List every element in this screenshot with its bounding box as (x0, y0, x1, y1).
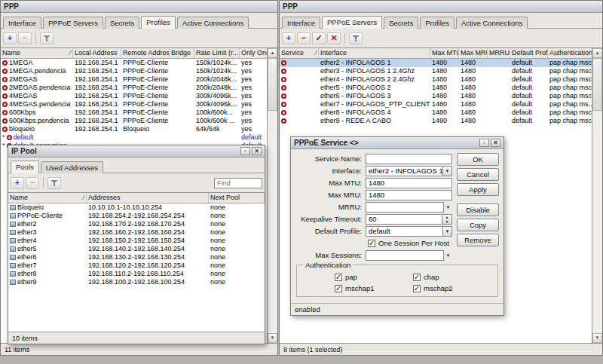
tab-used-addresses[interactable]: Used Addresses (41, 161, 103, 173)
column-header-only-one[interactable]: Only One (240, 48, 267, 58)
table-row[interactable]: 600Kbps192.168.254.1PPPoE-Cliente100k/60… (1, 109, 267, 117)
table-row[interactable]: 2MEGAS.pendencia192.168.254.1PPPoE-Clien… (1, 84, 267, 92)
spinner[interactable]: ▲ ▼ (442, 214, 452, 225)
default-profile-select[interactable]: default ▼ (366, 226, 452, 237)
dropdown-icon[interactable]: ▼ (442, 166, 452, 176)
disable-button[interactable]: ✕ (327, 32, 341, 44)
remove-button[interactable]: − (26, 177, 39, 189)
table-row[interactable]: ether3192.168.160.2-192.168.160.254none (8, 228, 265, 237)
table-row[interactable]: ether9 - REDE A CABO14801480defaultpap c… (280, 117, 592, 125)
pap-checkbox[interactable] (335, 274, 342, 281)
table-row[interactable]: ether3 - INFOLAGOS 1 2.4Ghz14801480defau… (280, 67, 592, 75)
dropdown-icon[interactable]: ▼ (444, 253, 452, 258)
dropdown-icon[interactable]: ▼ (442, 226, 452, 237)
scroll-track[interactable] (592, 111, 602, 333)
column-header-bridge[interactable]: Bridge (170, 48, 194, 58)
tab-secrets[interactable]: Secrets (384, 17, 418, 29)
tab-pools[interactable]: Pools (11, 161, 39, 173)
spinner-down-icon[interactable]: ▼ (442, 219, 451, 224)
scroll-down-icon[interactable]: ▼ (592, 333, 602, 343)
table-row[interactable]: ether7192.168.120.2-192.168.120.254none (8, 262, 265, 270)
window-titlebar[interactable]: PPP (1, 1, 277, 13)
enable-button[interactable]: ✓ (312, 32, 326, 44)
table-row[interactable]: ether4 - INFOLAGOS 2 2.4Ghz14801480defau… (280, 75, 592, 84)
keepalive-input[interactable] (366, 214, 442, 225)
close-button[interactable]: ✕ (252, 147, 262, 155)
close-button[interactable]: ✕ (491, 139, 500, 147)
add-button[interactable]: + (282, 32, 295, 44)
tab-pppoe-servers[interactable]: PPPoE Servers (43, 17, 103, 29)
add-button[interactable]: + (11, 177, 24, 189)
table-row[interactable]: 2MEGAS192.168.254.1PPPoE-Cliente200k/204… (1, 75, 267, 84)
filter-button[interactable] (40, 32, 54, 44)
scroll-track[interactable] (268, 111, 277, 333)
window-titlebar[interactable]: PPP (280, 1, 602, 13)
remove-button[interactable]: − (297, 32, 311, 44)
table-row[interactable]: ether5192.168.140.2-192.168.140.254none (8, 245, 265, 253)
disable-button[interactable]: Disable (457, 203, 499, 216)
table-row[interactable]: 600Kbps.pendencia192.168.254.1PPPoE-Clie… (1, 117, 267, 125)
tab-interface[interactable]: Interface (282, 17, 320, 29)
vertical-scrollbar[interactable]: ▲ ▼ (592, 48, 602, 343)
max-sessions-input[interactable] (366, 250, 444, 261)
tab-active-connections[interactable]: Active Connections (177, 17, 249, 29)
tab-secrets[interactable]: Secrets (105, 17, 139, 29)
table-row[interactable]: ether8 - INFOLAGOS 414801480defaultpap c… (280, 109, 592, 117)
table-row[interactable]: ether6192.168.130.2-192.168.130.254none (8, 253, 265, 262)
column-header-addresses[interactable]: Addresses (87, 193, 209, 203)
scroll-down-icon[interactable]: ▼ (268, 333, 277, 343)
column-header-max-mtu[interactable]: Max MTU (430, 48, 459, 58)
table-row[interactable]: ether9192.168.100.2-192.168.100.254none (8, 278, 265, 286)
add-button[interactable]: + (3, 32, 17, 44)
scroll-up-icon[interactable]: ▲ (268, 48, 277, 58)
table-row[interactable]: ether2 - INFOLAGOS 114801480defaultpap c… (280, 59, 592, 67)
copy-button[interactable]: Copy (457, 219, 499, 231)
tab-interface[interactable]: Interface (3, 17, 41, 29)
column-header-name[interactable]: Name∕ (8, 193, 87, 203)
filter-button[interactable] (349, 32, 363, 44)
dropdown-icon[interactable]: ▼ (444, 205, 452, 210)
mschap1-checkbox[interactable] (335, 285, 342, 292)
minimize-button[interactable]: ▫ (479, 139, 489, 147)
table-row[interactable]: *defaultdefault (1, 133, 267, 142)
cancel-button[interactable]: Cancel (457, 168, 499, 181)
dialog-titlebar[interactable]: PPPoE Service <> ▫✕ (291, 137, 504, 149)
column-header-local-address[interactable]: Local Address (73, 48, 121, 58)
filter-button[interactable] (47, 177, 61, 189)
table-row[interactable]: ether7 - INFOLAGOS_PTP_CLIENTES14801480d… (280, 100, 592, 109)
minimize-button[interactable]: ▫ (240, 147, 250, 155)
column-header-max-mru[interactable]: Max MRU (459, 48, 488, 58)
column-header-interface[interactable]: Interface (319, 48, 430, 58)
vertical-scrollbar[interactable]: ▲ ▼ (267, 48, 277, 343)
remove-button[interactable]: Remove (457, 234, 499, 246)
table-row[interactable]: 4MEGAS192.168.254.1PPPoE-Cliente300k/409… (1, 92, 267, 100)
scroll-thumb[interactable] (268, 58, 277, 111)
table-row[interactable]: ether5 - INFOLAGOS 214801480defaultpap c… (280, 84, 592, 92)
table-row[interactable]: 1MEGA.pendencia192.168.254.1PPPoE-Client… (1, 67, 267, 75)
table-row[interactable]: ether2192.168.170.2-192.168.170.254none (8, 220, 265, 228)
ok-button[interactable]: OK (457, 153, 499, 166)
table-row[interactable]: ether6 - INFOLAGOS 314801480defaultpap c… (280, 92, 592, 100)
column-header-next-pool[interactable]: Next Pool (209, 193, 265, 203)
column-header-name[interactable]: Name∕ (1, 48, 73, 58)
apply-button[interactable]: Apply (457, 183, 499, 196)
table-row[interactable]: bloqueio192.168.254.1Bloqueio64k/64kyes (1, 125, 267, 133)
find-input[interactable] (214, 178, 262, 188)
mrru-input[interactable] (366, 202, 444, 213)
mschap2-checkbox[interactable] (413, 285, 421, 292)
column-header-mrru[interactable]: MRRU (488, 48, 510, 58)
tab-pppoe-servers[interactable]: PPPoE Servers (322, 16, 382, 29)
table-row[interactable]: ether8192.168.110.2-192.168.110.254none (8, 270, 265, 278)
tab-active-connections[interactable]: Active Connections (456, 17, 528, 29)
remove-button[interactable]: − (18, 32, 32, 44)
tab-profiles[interactable]: Profiles (420, 17, 455, 29)
tab-profiles[interactable]: Profiles (141, 16, 176, 29)
interface-select[interactable]: ether2 - INFOLAGOS 1 ▼ (366, 166, 452, 176)
column-header-service[interactable]: Service∕ (280, 48, 319, 58)
column-header-default-profile[interactable]: Default Profile (510, 48, 548, 58)
scroll-thumb[interactable] (592, 58, 602, 111)
one-session-checkbox[interactable] (368, 240, 375, 247)
table-row[interactable]: 1MEGA192.168.254.1PPPoE-Cliente150k/1024… (1, 59, 267, 67)
scroll-up-icon[interactable]: ▲ (592, 48, 602, 58)
service-name-input[interactable] (366, 154, 452, 164)
